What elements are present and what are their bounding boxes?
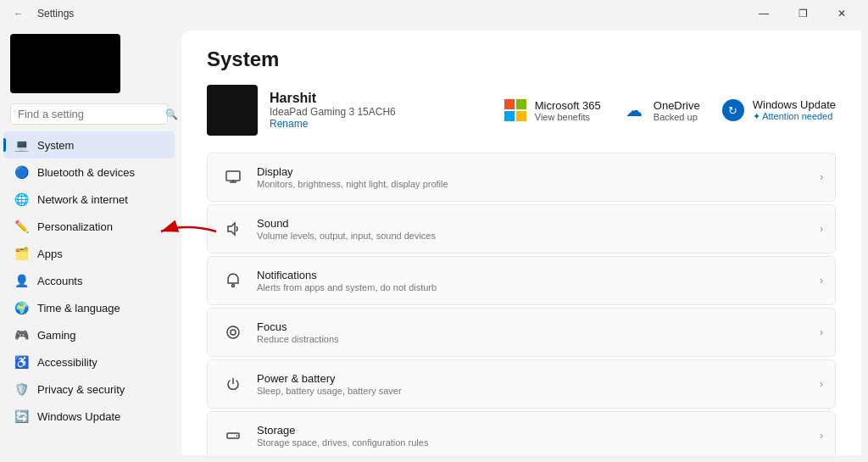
notifications-text: NotificationsAlerts from apps and system… [257, 269, 820, 292]
notifications-chevron: › [820, 275, 823, 287]
display-title: Display [257, 165, 820, 178]
ms365-text: Microsoft 365 View benefits [535, 99, 601, 122]
accounts-label: Accounts [37, 275, 82, 287]
settings-item-focus[interactable]: FocusReduce distractions› [207, 308, 836, 357]
update-icon: 🔄 [14, 409, 29, 424]
accounts-icon: 👤 [14, 273, 29, 288]
minimize-button[interactable]: — [744, 0, 783, 27]
user-device: IdeaPad Gaming 3 15ACH6 [270, 106, 491, 118]
titlebar-title: Settings [37, 8, 74, 19]
search-box[interactable]: 🔍 [10, 103, 168, 125]
accessibility-label: Accessibility [37, 356, 97, 369]
settings-item-sound[interactable]: SoundVolume levels, output, input, sound… [207, 204, 836, 253]
system-icon: 💻 [14, 137, 29, 153]
sound-chevron: › [820, 223, 823, 235]
svg-point-8 [232, 285, 235, 287]
sidebar-item-apps[interactable]: 🗂️Apps [3, 240, 175, 267]
notifications-icon [220, 267, 247, 294]
gaming-icon: 🎮 [14, 327, 29, 342]
gaming-label: Gaming [37, 329, 76, 342]
sidebar-user-avatar [10, 34, 120, 93]
storage-text: StorageStorage space, drives, configurat… [257, 424, 820, 448]
sidebar-item-accounts[interactable]: 👤Accounts [3, 267, 175, 294]
titlebar-left: ← Settings [7, 2, 74, 25]
sound-title: Sound [257, 217, 820, 230]
sidebar-item-update[interactable]: 🔄Windows Update [3, 403, 175, 430]
sidebar-item-personalization[interactable]: ✏️Personalization [3, 213, 175, 240]
sidebar-item-bluetooth[interactable]: 🔵Bluetooth & devices [3, 159, 175, 186]
update-label: Windows Update [37, 410, 120, 423]
onedrive-status: Backed up [654, 112, 700, 122]
sidebar-item-time[interactable]: 🌍Time & language [3, 294, 175, 321]
accessibility-icon: ♿ [14, 354, 29, 370]
apps-label: Apps [37, 248, 63, 260]
onedrive-text: OneDrive Backed up [654, 99, 700, 122]
winupdate-text: Windows Update ✦ Attention needed [753, 98, 836, 122]
sidebar-item-network[interactable]: 🌐Network & internet [3, 186, 175, 213]
settings-item-display[interactable]: DisplayMonitors, brightness, night light… [207, 153, 836, 202]
svg-rect-4 [226, 171, 240, 181]
nav-list: 💻System🔵Bluetooth & devices🌐Network & in… [3, 131, 175, 430]
svg-rect-1 [516, 99, 526, 109]
settings-item-storage[interactable]: StorageStorage space, drives, configurat… [207, 411, 836, 455]
ms365-name: Microsoft 365 [535, 99, 601, 112]
sidebar-avatar-section [3, 27, 175, 103]
search-input[interactable] [18, 108, 160, 120]
ms365-icon [503, 97, 528, 123]
focus-icon [220, 319, 247, 346]
bluetooth-label: Bluetooth & devices [37, 166, 135, 179]
ms365-status: View benefits [535, 112, 601, 122]
system-label: System [37, 139, 74, 152]
settings-list: DisplayMonitors, brightness, night light… [207, 153, 836, 455]
ms-services: Microsoft 365 View benefits ☁ OneDrive B… [503, 97, 836, 123]
sound-icon [220, 215, 247, 242]
winupdate-name: Windows Update [753, 98, 836, 111]
display-chevron: › [820, 171, 823, 183]
time-icon: 🌍 [14, 300, 29, 315]
onedrive-icon: ☁ [621, 97, 647, 123]
svg-marker-7 [228, 223, 235, 235]
rename-link[interactable]: Rename [270, 118, 491, 130]
ms365-service[interactable]: Microsoft 365 View benefits [503, 97, 601, 123]
time-label: Time & language [37, 302, 120, 314]
user-card-info: Harshit IdeaPad Gaming 3 15ACH6 Rename [270, 91, 491, 130]
storage-title: Storage [257, 424, 820, 437]
bluetooth-icon: 🔵 [14, 164, 29, 180]
power-title: Power & battery [257, 372, 820, 385]
power-icon [220, 370, 247, 398]
back-button[interactable]: ← [7, 2, 31, 25]
sidebar-item-gaming[interactable]: 🎮Gaming [3, 321, 175, 348]
svg-point-9 [227, 326, 239, 338]
maximize-button[interactable]: ❐ [783, 0, 822, 27]
notifications-desc: Alerts from apps and system, do not dist… [257, 282, 820, 292]
main-content: System Harshit IdeaPad Gaming 3 15ACH6 R… [181, 31, 861, 455]
user-card-avatar [207, 85, 258, 136]
svg-rect-0 [504, 99, 515, 109]
privacy-label: Privacy & security [37, 383, 125, 396]
settings-item-notifications[interactable]: NotificationsAlerts from apps and system… [207, 256, 836, 305]
onedrive-service[interactable]: ☁ OneDrive Backed up [621, 97, 700, 123]
sidebar-item-accessibility[interactable]: ♿Accessibility [3, 348, 175, 376]
user-card: Harshit IdeaPad Gaming 3 15ACH6 Rename [207, 85, 836, 136]
settings-item-power[interactable]: Power & batterySleep, battery usage, bat… [207, 359, 836, 409]
titlebar: ← Settings — ❐ ✕ [0, 0, 868, 27]
focus-chevron: › [820, 326, 823, 338]
display-desc: Monitors, brightness, night light, displ… [257, 179, 820, 189]
storage-chevron: › [820, 430, 823, 442]
power-text: Power & batterySleep, battery usage, bat… [257, 372, 820, 396]
storage-icon [220, 422, 247, 449]
page-title: System [207, 47, 836, 71]
winupdate-service[interactable]: ↻ Windows Update ✦ Attention needed [721, 97, 836, 123]
close-button[interactable]: ✕ [822, 0, 861, 27]
svg-rect-2 [504, 111, 515, 121]
personalization-icon: ✏️ [14, 219, 29, 234]
sidebar-item-privacy[interactable]: 🛡️Privacy & security [3, 376, 175, 403]
power-chevron: › [820, 378, 823, 390]
sidebar-item-system[interactable]: 💻System [3, 131, 175, 159]
privacy-icon: 🛡️ [14, 381, 29, 397]
storage-desc: Storage space, drives, configuration rul… [257, 437, 820, 448]
app-body: 🔍 💻System🔵Bluetooth & devices🌐Network & … [0, 27, 868, 462]
display-icon [220, 164, 247, 191]
focus-text: FocusReduce distractions [257, 320, 820, 344]
sound-text: SoundVolume levels, output, input, sound… [257, 217, 820, 241]
